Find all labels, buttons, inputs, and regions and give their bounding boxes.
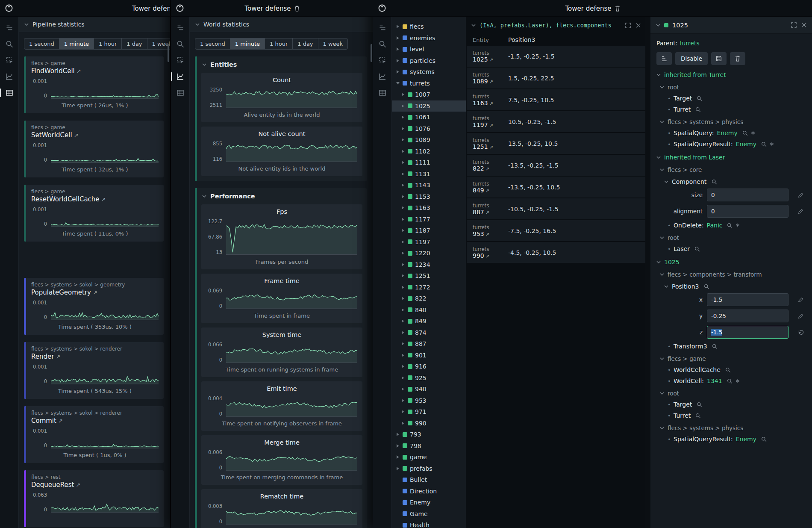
- chevron-collapsed-icon[interactable]: [401, 161, 405, 164]
- stat-name-link[interactable]: SetWorldCell↗: [31, 131, 159, 139]
- chevron-collapsed-icon[interactable]: [401, 93, 405, 96]
- chevron-collapsed-icon[interactable]: [401, 308, 405, 312]
- tree-item[interactable]: prefabs: [392, 463, 466, 475]
- tree-item[interactable]: Bullet: [392, 474, 466, 486]
- component-item[interactable]: •SpatialQueryResult:Enemy: [668, 141, 806, 147]
- entity-id-link[interactable]: 849↗: [473, 187, 508, 194]
- component-item[interactable]: •WorldCell:1341: [668, 378, 806, 384]
- tree-item[interactable]: 1177: [392, 214, 466, 225]
- expand-icon[interactable]: [625, 23, 631, 28]
- search-icon[interactable]: [742, 130, 748, 136]
- component-item[interactable]: •Transform3: [668, 343, 806, 350]
- chevron-collapsed-icon[interactable]: [401, 251, 405, 255]
- chevron-collapsed-icon[interactable]: [401, 183, 405, 187]
- chevron-collapsed-icon[interactable]: [401, 172, 405, 176]
- tree-item[interactable]: 840: [392, 304, 466, 316]
- tree-item[interactable]: 1007: [392, 89, 466, 100]
- edit-icon[interactable]: [798, 297, 803, 303]
- tree-item[interactable]: 901: [392, 350, 466, 361]
- tree-item[interactable]: 990: [392, 418, 466, 429]
- tree-item[interactable]: 1089: [392, 134, 466, 146]
- parent-link[interactable]: turrets: [680, 40, 700, 47]
- tree-item[interactable]: 971: [392, 406, 466, 418]
- stat-name-link[interactable]: Render↗: [31, 353, 159, 360]
- chevron-collapsed-icon[interactable]: [401, 387, 405, 391]
- asterisk-icon[interactable]: [736, 379, 740, 383]
- tree-view-button[interactable]: [656, 52, 672, 65]
- component-value[interactable]: Enemy: [717, 130, 737, 136]
- tree-item[interactable]: 1234: [392, 259, 466, 271]
- search-icon[interactable]: [725, 367, 731, 373]
- asterisk-icon[interactable]: [736, 223, 740, 227]
- rail-table-button[interactable]: [376, 86, 389, 100]
- tree-item[interactable]: 1111: [392, 157, 466, 168]
- search-icon[interactable]: [761, 142, 767, 147]
- chevron-collapsed-icon[interactable]: [401, 422, 405, 425]
- entity-id-link[interactable]: 887↗: [473, 209, 508, 215]
- component-item[interactable]: •SpatialQueryResult:Enemy: [668, 436, 806, 442]
- chevron-down-icon[interactable]: [24, 23, 29, 26]
- trash-icon[interactable]: [615, 6, 620, 12]
- field-input[interactable]: -1.5: [707, 326, 788, 339]
- component-item[interactable]: •WorldCellCache: [668, 366, 806, 373]
- tree-item[interactable]: 953: [392, 395, 466, 407]
- rail-select-box-button[interactable]: [376, 53, 389, 67]
- inspector-section-header[interactable]: inherited from Laser: [656, 154, 806, 161]
- rail-search-button[interactable]: [3, 37, 16, 51]
- inspector-path-header[interactable]: flecs > components > transform: [660, 271, 806, 278]
- chevron-collapsed-icon[interactable]: [396, 36, 400, 40]
- tree-item[interactable]: 1143: [392, 180, 466, 191]
- entity-id-link[interactable]: 1025↗: [473, 56, 508, 63]
- search-icon[interactable]: [761, 437, 767, 442]
- chevron-collapsed-icon[interactable]: [401, 354, 405, 357]
- tree-item[interactable]: 1153: [392, 191, 466, 203]
- time-range-button[interactable]: 1 week: [147, 38, 170, 50]
- component-item[interactable]: •Laser: [668, 245, 806, 252]
- time-range-button[interactable]: 1 second: [195, 38, 230, 50]
- tree-item[interactable]: turrets: [392, 78, 466, 89]
- tree-item[interactable]: Enemy: [392, 497, 466, 508]
- chevron-down-icon[interactable]: [656, 156, 661, 159]
- inspector-path-header[interactable]: flecs > core: [660, 166, 806, 173]
- chevron-collapsed-icon[interactable]: [401, 195, 405, 198]
- tree-item[interactable]: 793: [392, 429, 466, 440]
- tree-item[interactable]: Health: [392, 519, 466, 528]
- entity-id-link[interactable]: 1089↗: [473, 78, 508, 85]
- query-result-row[interactable]: turrets990↗-4.5, -0.25, 10.5: [467, 242, 645, 263]
- entity-id-link[interactable]: 1163↗: [473, 100, 508, 106]
- time-range-button[interactable]: 1 day: [292, 38, 318, 50]
- inspector-path-header[interactable]: flecs > game: [660, 355, 806, 362]
- search-icon[interactable]: [727, 378, 733, 384]
- search-icon[interactable]: [712, 179, 717, 185]
- tree-item[interactable]: systems: [392, 66, 466, 78]
- field-input[interactable]: 0: [707, 205, 788, 218]
- chevron-collapsed-icon[interactable]: [401, 138, 405, 142]
- chevron-down-icon[interactable]: [664, 285, 668, 288]
- stat-name-link[interactable]: DequeueRest↗: [31, 481, 159, 489]
- tree-item[interactable]: enemies: [392, 32, 466, 44]
- revert-icon[interactable]: [798, 330, 803, 335]
- field-input[interactable]: -1.5: [707, 293, 788, 306]
- entity-id-link[interactable]: 1251↗: [473, 143, 508, 150]
- component-item[interactable]: •OnDelete:Panic: [668, 222, 806, 229]
- stat-name-link[interactable]: Commit↗: [31, 417, 159, 425]
- tree-item[interactable]: 798: [392, 440, 466, 452]
- component-item[interactable]: •Turret: [668, 106, 806, 113]
- expand-icon[interactable]: [791, 22, 797, 28]
- search-icon[interactable]: [694, 246, 700, 252]
- pipeline-stats-panel-header[interactable]: Pipeline statistics: [19, 17, 170, 32]
- chevron-collapsed-icon[interactable]: [401, 331, 405, 334]
- time-range-button[interactable]: 1 minute: [230, 38, 265, 50]
- tree-item[interactable]: 1220: [392, 248, 466, 259]
- trash-icon[interactable]: [294, 6, 300, 12]
- chevron-down-icon[interactable]: [656, 261, 661, 263]
- chevron-collapsed-icon[interactable]: [401, 376, 405, 380]
- rail-select-box-button[interactable]: [3, 53, 16, 67]
- entity-id-link[interactable]: 822↗: [473, 165, 508, 172]
- chevron-down-icon[interactable]: [664, 180, 668, 183]
- inspector-section-header[interactable]: inherited from Turret: [656, 71, 806, 78]
- search-icon[interactable]: [704, 284, 709, 289]
- tree-item[interactable]: 940: [392, 383, 466, 395]
- component-value[interactable]: Enemy: [736, 436, 756, 442]
- flecs-logo-icon[interactable]: [176, 4, 184, 12]
